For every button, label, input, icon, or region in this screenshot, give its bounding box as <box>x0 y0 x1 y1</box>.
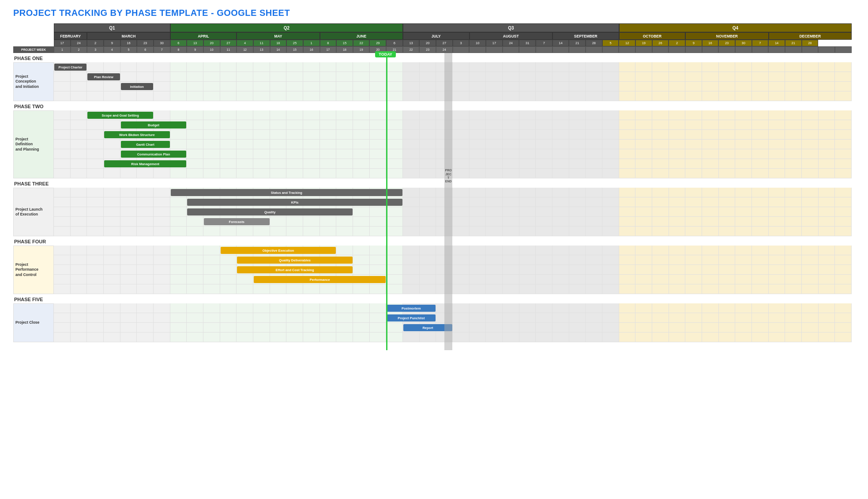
grid-cell <box>685 227 702 236</box>
week-cell <box>768 46 785 53</box>
grid-cell <box>602 255 619 265</box>
grid-cell <box>752 197 769 207</box>
grid-cell <box>353 91 370 101</box>
grid-cell <box>386 159 403 169</box>
grid-cell <box>819 110 835 120</box>
grid-cell <box>635 62 652 72</box>
grid-cell <box>652 284 669 294</box>
grid-cell <box>802 217 819 227</box>
grid-cell <box>104 246 120 255</box>
grid-cell <box>386 120 403 130</box>
grid-cell <box>370 159 387 169</box>
grid-cell <box>819 303 835 313</box>
grid-cell <box>370 227 387 236</box>
grid-cell <box>735 140 752 149</box>
grid-cell <box>120 207 137 217</box>
grid-cell <box>735 217 752 227</box>
grid-cell <box>104 82 120 91</box>
week-cell: 8 <box>170 46 187 53</box>
grid-cell <box>203 149 220 159</box>
grid-cell <box>220 303 237 313</box>
grid-cell <box>702 227 719 236</box>
grid-cell <box>685 188 702 197</box>
grid-cell <box>453 91 470 101</box>
grid-cell <box>370 246 387 255</box>
grid-cell <box>586 323 602 333</box>
grid-cell <box>802 333 819 342</box>
grid-cell <box>785 284 802 294</box>
grid-cell <box>503 313 519 323</box>
grid-cell <box>470 227 486 236</box>
grid-cell <box>685 82 702 91</box>
grid-cell <box>652 246 669 255</box>
grid-cell <box>420 265 436 275</box>
date-cell: 16 <box>120 40 137 46</box>
grid-cell <box>552 255 569 265</box>
date-cell: 30 <box>735 40 752 46</box>
grid-cell <box>785 217 802 227</box>
grid-cell <box>470 169 486 178</box>
grid-cell <box>536 284 552 294</box>
grid-cell <box>669 82 686 91</box>
grid-cell <box>752 333 769 342</box>
month-october: OCTOBER <box>619 32 686 40</box>
grid-cell <box>203 120 220 130</box>
grid-cell <box>752 217 769 227</box>
grid-cell <box>802 149 819 159</box>
grid-cell <box>819 227 835 236</box>
grid-cell <box>769 169 785 178</box>
grid-cell <box>619 159 636 169</box>
task-bar-project-charter: Project Charter <box>54 64 86 71</box>
grid-cell <box>187 313 203 323</box>
grid-cell <box>586 197 602 207</box>
grid-cell <box>104 91 120 101</box>
grid-cell <box>586 207 602 217</box>
grid-cell <box>602 140 619 149</box>
grid-cell <box>104 255 120 265</box>
grid-cell <box>669 275 686 284</box>
grid-cell <box>303 313 320 323</box>
week-cell <box>586 46 602 53</box>
date-cell: 7 <box>752 40 769 46</box>
grid-cell <box>602 62 619 72</box>
grid-cell <box>719 197 736 207</box>
grid-cell <box>586 265 602 275</box>
grid-cell <box>336 159 353 169</box>
grid-cell <box>569 303 586 313</box>
grid-cell <box>536 265 552 275</box>
grid-cell <box>353 284 370 294</box>
grid-cell <box>702 149 719 159</box>
grid-cell <box>586 255 602 265</box>
grid-cell <box>702 303 719 313</box>
week-cell <box>669 46 685 53</box>
grid-cell <box>785 159 802 169</box>
grid-cell <box>336 140 353 149</box>
grid-cell <box>353 120 370 130</box>
grid-cell <box>453 110 470 120</box>
grid-cell <box>586 284 602 294</box>
grid-cell <box>486 72 503 82</box>
grid-cell <box>286 333 303 342</box>
grid-cell <box>536 120 552 130</box>
grid-cell <box>187 246 203 255</box>
grid-cell <box>270 159 287 169</box>
grid-cell <box>187 82 203 91</box>
grid-cell <box>619 217 636 227</box>
grid-cell <box>87 82 104 91</box>
task-bar-quality: Quality <box>187 208 353 215</box>
grid-cell <box>220 62 237 72</box>
grid-cell <box>819 313 835 323</box>
date-cell: 31 <box>519 40 536 46</box>
grid-cell <box>536 207 552 217</box>
grid-cell <box>403 130 420 140</box>
grid-cell <box>619 120 636 130</box>
week-cell <box>486 46 503 53</box>
grid-cell <box>719 284 736 294</box>
month-march: MARCH <box>87 32 170 40</box>
grid-cell <box>752 91 769 101</box>
grid-cell <box>320 110 337 120</box>
grid-cell <box>386 246 403 255</box>
grid-cell <box>586 217 602 227</box>
grid-cell <box>519 62 536 72</box>
grid-cell <box>104 217 120 227</box>
